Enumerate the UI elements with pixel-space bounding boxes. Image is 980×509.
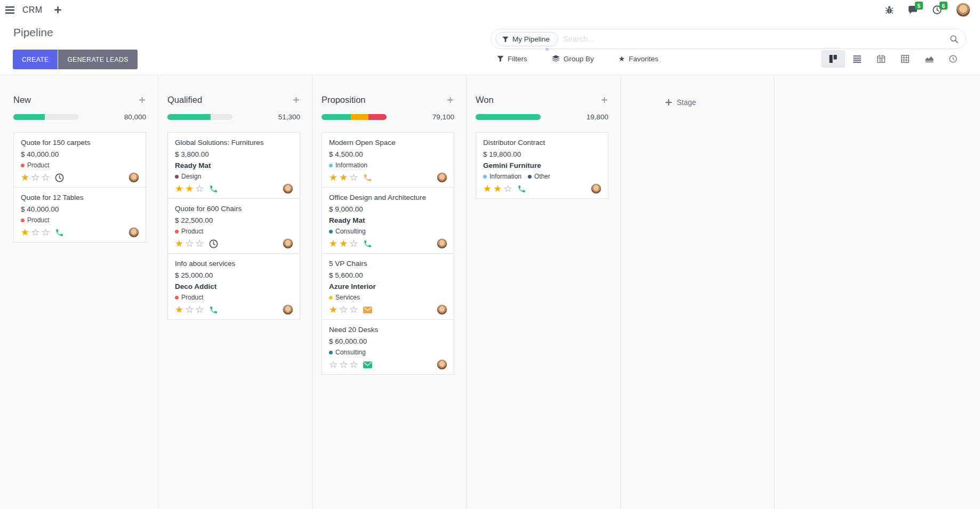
star-icon[interactable]: ☆ — [503, 183, 512, 194]
kanban-card[interactable]: Global Solutions: Furnitures$ 3,800.00Re… — [167, 132, 300, 199]
tag-dot — [483, 175, 487, 179]
search-input[interactable]: Search... — [563, 29, 594, 49]
messages-menu[interactable]: 5 — [908, 5, 918, 14]
column-progressbar[interactable] — [167, 114, 232, 120]
phone-activity-icon[interactable] — [363, 173, 372, 182]
tab-activity-view[interactable] — [941, 50, 965, 68]
star-icon[interactable]: ☆ — [185, 238, 194, 249]
star-icon[interactable]: ☆ — [41, 172, 50, 183]
user-avatar[interactable] — [956, 3, 970, 17]
kanban-column-won: Won19,800Distributor Contract$ 19,800.00… — [466, 75, 620, 509]
star-icon[interactable]: ★ — [339, 238, 348, 249]
tab-calendar-view[interactable] — [869, 50, 893, 68]
mail-activity-icon[interactable] — [363, 361, 372, 368]
tab-graph-view[interactable] — [917, 50, 941, 68]
progress-segment-success[interactable] — [13, 114, 45, 120]
phone-activity-icon[interactable] — [209, 184, 218, 193]
kanban-card[interactable]: Modern Open Space$ 4,500.00Information★★… — [322, 132, 454, 188]
card-partner: Ready Mat — [175, 161, 293, 169]
star-icon[interactable]: ☆ — [329, 359, 338, 370]
activity-clock-icon — [949, 55, 957, 63]
add-stage-button[interactable]: Stage — [665, 98, 696, 107]
add-record-icon[interactable] — [446, 96, 454, 104]
phone-activity-icon[interactable] — [363, 239, 372, 248]
clock-activity-icon[interactable] — [55, 173, 64, 182]
progress-segment-success[interactable] — [167, 114, 211, 120]
star-icon[interactable]: ☆ — [195, 183, 204, 194]
add-app-icon[interactable] — [54, 6, 61, 13]
star-icon[interactable]: ☆ — [195, 304, 204, 315]
graph-icon — [925, 55, 934, 63]
favorites-menu[interactable]: ★ Favorites — [618, 55, 658, 63]
star-icon[interactable]: ★ — [21, 172, 29, 183]
card-amount: $ 3,800.00 — [175, 150, 293, 158]
star-icon[interactable]: ☆ — [31, 172, 39, 183]
card-amount: $ 9,000.00 — [329, 205, 447, 213]
kanban-card[interactable]: Office Design and Architecture$ 9,000.00… — [322, 187, 454, 254]
star-icon[interactable]: ★ — [329, 304, 338, 315]
tag-dot — [329, 296, 333, 300]
kanban-card[interactable]: Distributor Contract$ 19,800.00Gemini Fu… — [476, 132, 608, 199]
magnifier-icon[interactable] — [950, 35, 959, 44]
star-icon[interactable]: ☆ — [185, 304, 194, 315]
kanban-card[interactable]: Quote for 600 Chairs$ 22,500.00Product★☆… — [167, 198, 300, 254]
card-amount: $ 4,500.00 — [329, 150, 447, 158]
card-partner: Deco Addict — [175, 282, 293, 290]
card-tags: Design — [175, 173, 293, 180]
add-record-icon[interactable] — [600, 96, 608, 104]
search-facet-my-pipeline[interactable]: My Pipeline — [495, 32, 558, 46]
star-icon[interactable]: ☆ — [339, 359, 348, 370]
search-bar[interactable]: My Pipeline Search... — [491, 29, 966, 49]
hamburger-menu-icon[interactable] — [5, 6, 14, 14]
tab-kanban-view[interactable] — [821, 50, 845, 68]
star-icon[interactable]: ☆ — [195, 238, 204, 249]
column-progressbar[interactable] — [322, 114, 387, 120]
column-progressbar[interactable] — [476, 114, 541, 120]
star-icon[interactable]: ★ — [21, 227, 29, 238]
kanban-card[interactable]: Quote for 150 carpets$ 40,000.00Product★… — [13, 132, 146, 188]
phone-activity-icon[interactable] — [55, 228, 64, 237]
activities-menu[interactable]: 6 — [933, 5, 942, 14]
star-icon[interactable]: ★ — [483, 183, 492, 194]
star-icon[interactable]: ★ — [339, 172, 348, 183]
star-icon[interactable]: ☆ — [31, 227, 39, 238]
create-button[interactable]: CREATE — [13, 50, 58, 69]
group-by-menu[interactable]: Group By — [552, 55, 594, 63]
progress-segment-warning[interactable] — [351, 114, 368, 120]
star-icon[interactable]: ★ — [493, 183, 502, 194]
progress-segment-success[interactable] — [322, 114, 351, 120]
add-record-icon[interactable] — [138, 96, 146, 104]
star-icon[interactable]: ☆ — [349, 238, 358, 249]
progress-segment-danger[interactable] — [368, 114, 387, 120]
column-progressbar[interactable] — [13, 114, 78, 120]
kanban-card[interactable]: 5 VP Chairs$ 5,600.00Azure InteriorServi… — [322, 253, 454, 320]
star-icon[interactable]: ★ — [185, 183, 194, 194]
bug-icon[interactable] — [885, 5, 894, 14]
clock-activity-icon[interactable] — [209, 239, 218, 248]
star-icon[interactable]: ☆ — [349, 172, 358, 183]
star-icon[interactable]: ☆ — [349, 304, 358, 315]
tab-list-view[interactable] — [845, 50, 869, 68]
kanban-card[interactable]: Need 20 Desks$ 60,000.00Consulting☆☆☆ — [322, 319, 454, 375]
mail-activity-icon[interactable] — [363, 306, 372, 313]
star-icon[interactable]: ★ — [329, 238, 338, 249]
star-icon[interactable]: ★ — [175, 183, 183, 194]
kanban-card[interactable]: Info about services$ 25,000.00Deco Addic… — [167, 253, 300, 320]
star-icon[interactable]: ☆ — [349, 359, 358, 370]
star-icon[interactable]: ★ — [175, 304, 183, 315]
star-icon[interactable]: ★ — [175, 238, 183, 249]
phone-activity-icon[interactable] — [517, 184, 526, 193]
phone-activity-icon[interactable] — [209, 305, 218, 314]
star-icon[interactable]: ☆ — [41, 227, 50, 238]
app-name[interactable]: CRM — [22, 5, 42, 15]
add-record-icon[interactable] — [292, 96, 300, 104]
star-icon[interactable]: ★ — [329, 172, 338, 183]
card-tag: Design — [175, 173, 201, 180]
tab-pivot-view[interactable] — [893, 50, 917, 68]
tag-label: Product — [181, 228, 203, 235]
progress-segment-success[interactable] — [476, 114, 541, 120]
generate-leads-button[interactable]: GENERATE LEADS — [58, 50, 137, 69]
star-icon[interactable]: ☆ — [339, 304, 348, 315]
kanban-card[interactable]: Quote for 12 Tables$ 40,000.00Product★☆☆ — [13, 187, 146, 243]
filters-menu[interactable]: Filters — [497, 55, 527, 63]
